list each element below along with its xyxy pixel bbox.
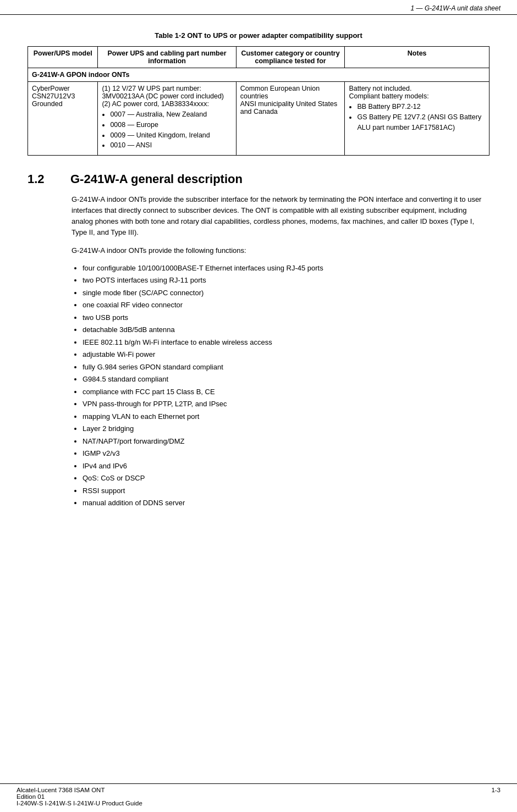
section-number: 1.2: [28, 172, 55, 186]
compliance-line1: Common European Union countries: [240, 85, 320, 100]
model-cell: CyberPower CSN27U12V3 Grounded: [28, 82, 98, 156]
section-paragraph1: G-241W-A indoor ONTs provide the subscri…: [72, 194, 490, 239]
function-item-12: VPN pass-through for PPTP, L2TP, and IPs…: [82, 399, 490, 410]
table-row: CyberPower CSN27U12V3 Grounded (1) 12 V/…: [28, 82, 490, 156]
section-body: G-241W-A indoor ONTs provide the subscri…: [72, 194, 490, 509]
function-item-8: adjustable Wi-Fi power: [82, 349, 490, 360]
function-item-1: four configurable 10/100/1000BASE-T Ethe…: [82, 263, 490, 274]
function-item-19: RSSI support: [82, 485, 490, 496]
function-item-14: Layer 2 bridging: [82, 423, 490, 434]
power-line2: (2) AC power cord, 1AB38334xxxx:: [102, 100, 209, 108]
notes-bullets-list: BB Battery BP7.2-12 GS Battery PE 12V7.2…: [357, 102, 485, 132]
col-header-notes: Notes: [345, 47, 490, 68]
function-item-17: IPv4 and IPv6: [82, 461, 490, 472]
model-sub: Grounded: [32, 100, 63, 108]
function-item-15: NAT/NAPT/port forwarding/DMZ: [82, 436, 490, 447]
function-item-13: mapping VLAN to each Ethernet port: [82, 411, 490, 422]
page-header: 1 — G-241W-A unit data sheet: [0, 0, 517, 15]
function-item-18: QoS: CoS or DSCP: [82, 473, 490, 484]
function-item-16: IGMP v2/v3: [82, 448, 490, 459]
power-bullet-2: 0008 — Europe: [110, 120, 232, 130]
col-header-model: Power/UPS model: [28, 47, 98, 68]
footer-page-number: 1-3: [491, 787, 501, 807]
header-title: 1 — G-241W-A unit data sheet: [411, 4, 501, 12]
footer-company: Alcatel-Lucent 7368 ISAM ONT: [16, 787, 142, 793]
function-item-2: two POTS interfaces using RJ-11 ports: [82, 275, 490, 286]
function-item-20: manual addition of DDNS server: [82, 498, 490, 509]
page-footer: Alcatel-Lucent 7368 ISAM ONT Edition 01 …: [0, 783, 517, 807]
power-line1: (1) 12 V/27 W UPS part number: 3MV00213A…: [102, 85, 224, 100]
section-heading: 1.2 G-241W-A general description: [28, 172, 490, 186]
function-item-7: IEEE 802.11 b/g/n Wi-Fi interface to ena…: [82, 337, 490, 348]
notes-bullet-1: BB Battery BP7.2-12: [357, 102, 485, 112]
function-item-10: G984.5 standard compliant: [82, 374, 490, 385]
section-paragraph2: G-241W-A indoor ONTs provide the followi…: [72, 245, 490, 256]
notes-bullet-2: GS Battery PE 12V7.2 (ANSI GS Battery AL…: [357, 112, 485, 133]
notes-line2: Compliant battery models:: [349, 92, 428, 100]
footer-guide: I-240W-S I-241W-S I-241W-U Product Guide: [16, 800, 142, 807]
function-item-9: fully G.984 series GPON standard complia…: [82, 362, 490, 373]
notes-cell: Battery not included. Compliant battery …: [345, 82, 490, 156]
function-item-6: detachable 3dB/5dB antenna: [82, 324, 490, 335]
compliance-cell: Common European Union countries ANSI mun…: [236, 82, 345, 156]
notes-line1: Battery not included.: [349, 85, 411, 92]
group-label: G-241W-A GPON indoor ONTs: [28, 68, 490, 82]
power-bullet-3: 0009 — United Kingdom, Ireland: [110, 130, 232, 141]
model-name: CyberPower CSN27U12V3: [32, 85, 75, 100]
table-title: Table 1-2 ONT to UPS or power adapter co…: [28, 31, 490, 40]
table-caption: Table 1-2 ONT to UPS or power adapter co…: [155, 31, 362, 40]
power-bullet-4: 0010 — ANSI: [110, 140, 232, 151]
footer-edition: Edition 01: [16, 793, 142, 800]
function-item-11: compliance with FCC part 15 Class B, CE: [82, 386, 490, 397]
compat-table: Power/UPS model Power UPS and cabling pa…: [28, 46, 490, 156]
function-item-3: single mode fiber (SC/APC connector): [82, 288, 490, 299]
col-header-power: Power UPS and cabling part number inform…: [98, 47, 236, 68]
power-bullet-1: 0007 — Australia, New Zealand: [110, 109, 232, 120]
col-header-compliance: Customer category or country compliance …: [236, 47, 345, 68]
section-title: G-241W-A general description: [70, 172, 243, 186]
footer-left: Alcatel-Lucent 7368 ISAM ONT Edition 01 …: [16, 787, 142, 807]
power-bullets-list: 0007 — Australia, New Zealand 0008 — Eur…: [110, 109, 232, 151]
functions-list: four configurable 10/100/1000BASE-T Ethe…: [82, 263, 490, 509]
group-row: G-241W-A GPON indoor ONTs: [28, 68, 490, 82]
function-item-5: two USB ports: [82, 312, 490, 323]
function-item-4: one coaxial RF video connector: [82, 300, 490, 311]
compliance-line2: ANSI municipality United States and Cana…: [240, 100, 337, 115]
power-info-cell: (1) 12 V/27 W UPS part number: 3MV00213A…: [98, 82, 236, 156]
